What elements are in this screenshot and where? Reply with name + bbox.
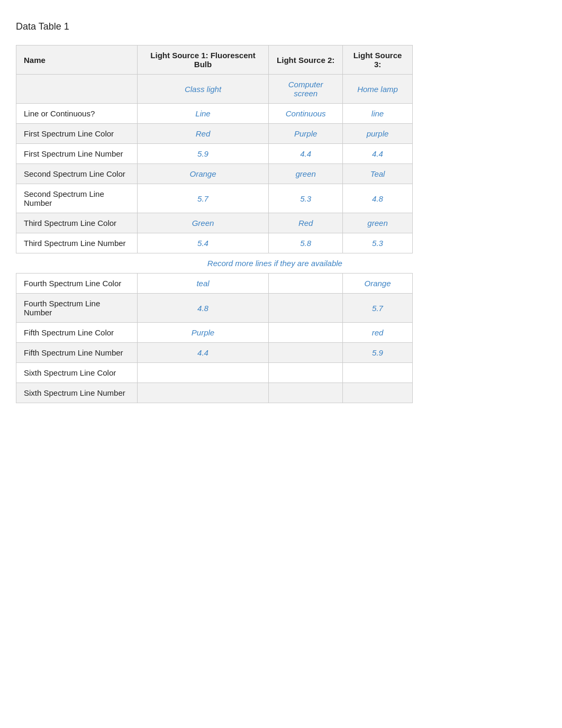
col-header-1: Light Source 1: Fluorescent Bulb bbox=[137, 46, 269, 75]
row-col1 bbox=[137, 383, 269, 403]
row-col3: line bbox=[343, 104, 413, 124]
row-col2: 4.4 bbox=[269, 144, 343, 164]
table-row: Sixth Spectrum Line Color bbox=[16, 363, 413, 383]
row-col1: Green bbox=[137, 213, 269, 233]
row-col1: 5.4 bbox=[137, 233, 269, 253]
row-col2: Continuous bbox=[269, 104, 343, 124]
row-col1: Line bbox=[137, 104, 269, 124]
row-label: Second Spectrum Line Color bbox=[16, 164, 138, 184]
data-table: Name Light Source 1: Fluorescent Bulb Li… bbox=[16, 45, 413, 403]
col-header-2: Light Source 2: bbox=[269, 46, 343, 75]
subheader-col1: Class light bbox=[137, 75, 269, 104]
row-col3: red bbox=[343, 323, 413, 343]
row-label: Sixth Spectrum Line Color bbox=[16, 363, 138, 383]
table-row: Fourth Spectrum Line ColortealOrange bbox=[16, 274, 413, 294]
row-col1: teal bbox=[137, 274, 269, 294]
table-row: Second Spectrum Line Number5.75.34.8 bbox=[16, 184, 413, 213]
row-col2 bbox=[269, 383, 343, 403]
row-col1: 5.7 bbox=[137, 184, 269, 213]
table-row: Fifth Spectrum Line Number4.45.9 bbox=[16, 343, 413, 363]
subheader-col3: Home lamp bbox=[343, 75, 413, 104]
note-row: Record more lines if they are available bbox=[16, 253, 413, 274]
row-col2: 5.8 bbox=[269, 233, 343, 253]
table-row: First Spectrum Line Number5.94.44.4 bbox=[16, 144, 413, 164]
table-row: Sixth Spectrum Line Number bbox=[16, 383, 413, 403]
row-label: Sixth Spectrum Line Number bbox=[16, 383, 138, 403]
row-col2 bbox=[269, 363, 343, 383]
row-label: First Spectrum Line Number bbox=[16, 144, 138, 164]
table-row: First Spectrum Line ColorRedPurplepurple bbox=[16, 124, 413, 144]
row-label: First Spectrum Line Color bbox=[16, 124, 138, 144]
page-title: Data Table 1 bbox=[16, 21, 546, 32]
row-label: Fourth Spectrum Line Color bbox=[16, 274, 138, 294]
row-label: Line or Continuous? bbox=[16, 104, 138, 124]
row-label: Second Spectrum Line Number bbox=[16, 184, 138, 213]
subheader-empty bbox=[16, 75, 138, 104]
table-row: Line or Continuous?LineContinuousline bbox=[16, 104, 413, 124]
row-col3: purple bbox=[343, 124, 413, 144]
row-col3 bbox=[343, 383, 413, 403]
row-label: Fifth Spectrum Line Number bbox=[16, 343, 138, 363]
row-col3: 5.7 bbox=[343, 294, 413, 323]
table-row: Third Spectrum Line Number5.45.85.3 bbox=[16, 233, 413, 253]
row-label: Fifth Spectrum Line Color bbox=[16, 323, 138, 343]
row-col3: 5.9 bbox=[343, 343, 413, 363]
row-col1: 4.8 bbox=[137, 294, 269, 323]
row-col3 bbox=[343, 363, 413, 383]
table-row: Third Spectrum Line ColorGreenRedgreen bbox=[16, 213, 413, 233]
row-col2 bbox=[269, 294, 343, 323]
row-col1: 5.9 bbox=[137, 144, 269, 164]
row-col3: green bbox=[343, 213, 413, 233]
row-col1 bbox=[137, 363, 269, 383]
row-col2: green bbox=[269, 164, 343, 184]
col-header-3: Light Source 3: bbox=[343, 46, 413, 75]
row-col3: 4.8 bbox=[343, 184, 413, 213]
row-col1: Purple bbox=[137, 323, 269, 343]
table-row: Second Spectrum Line ColorOrangegreenTea… bbox=[16, 164, 413, 184]
row-label: Fourth Spectrum Line Number bbox=[16, 294, 138, 323]
table-row: Fifth Spectrum Line ColorPurplered bbox=[16, 323, 413, 343]
row-col2 bbox=[269, 274, 343, 294]
row-col3: 4.4 bbox=[343, 144, 413, 164]
row-col2 bbox=[269, 343, 343, 363]
row-col3: Orange bbox=[343, 274, 413, 294]
row-label: Third Spectrum Line Color bbox=[16, 213, 138, 233]
row-label: Third Spectrum Line Number bbox=[16, 233, 138, 253]
table-row: Fourth Spectrum Line Number4.85.7 bbox=[16, 294, 413, 323]
row-col1: Orange bbox=[137, 164, 269, 184]
row-col2 bbox=[269, 323, 343, 343]
row-col2: 5.3 bbox=[269, 184, 343, 213]
col-header-name: Name bbox=[16, 46, 138, 75]
row-col2: Red bbox=[269, 213, 343, 233]
row-col3: 5.3 bbox=[343, 233, 413, 253]
row-col2: Purple bbox=[269, 124, 343, 144]
row-col1: 4.4 bbox=[137, 343, 269, 363]
subheader-col2: Computer screen bbox=[269, 75, 343, 104]
row-col3: Teal bbox=[343, 164, 413, 184]
row-col1: Red bbox=[137, 124, 269, 144]
